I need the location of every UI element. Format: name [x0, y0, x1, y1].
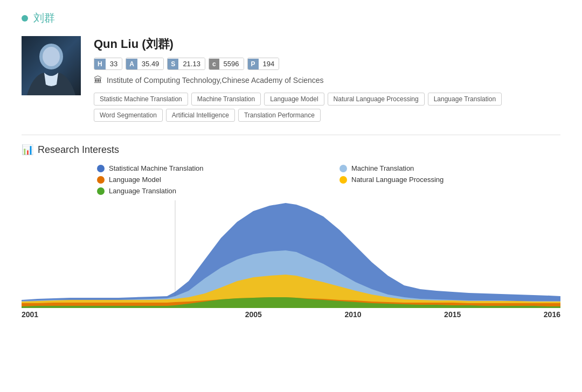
legend-label-smt: Statistical Machine Translation	[109, 164, 204, 172]
metric-p: P 194	[247, 58, 280, 70]
tag-nlp[interactable]: Natural Language Processing	[328, 93, 425, 106]
legend-label-mt: Machine Translation	[351, 164, 414, 172]
building-icon: 🏛	[94, 75, 102, 85]
legend-dot-smt	[97, 165, 105, 172]
legend-label-lm: Language Model	[109, 176, 161, 184]
legend-label-lt: Language Translation	[109, 187, 176, 195]
x-label-2005: 2005	[245, 310, 262, 319]
metric-c-value: 5596	[219, 58, 244, 69]
legend-nlp: Natural Language Processing	[340, 176, 560, 184]
legend-lt: Language Translation	[97, 187, 318, 195]
chart-area	[22, 200, 560, 308]
metric-s: S 21.13	[167, 58, 205, 70]
metric-a-value: 35.49	[137, 58, 164, 69]
metrics-row: H 33 A 35.49 S 21.13 c 5596 P 194	[94, 58, 560, 70]
metric-h-value: 33	[106, 58, 122, 69]
metric-a: A 35.49	[126, 58, 164, 70]
tag-lm[interactable]: Language Model	[264, 93, 324, 106]
institution-name: Institute of Computing Technology,Chines…	[107, 76, 324, 85]
tag-ai[interactable]: Artificial Intelligence	[166, 109, 235, 122]
chart-icon: 📊	[22, 144, 33, 156]
metric-h-label: H	[94, 59, 106, 69]
institution-row: 🏛 Institute of Computing Technology,Chin…	[94, 75, 560, 85]
metric-p-label: P	[248, 59, 259, 69]
profile-section: Qun Liu (刘群) H 33 A 35.49 S 21.13 c 5596	[22, 36, 560, 122]
avatar	[22, 36, 81, 95]
profile-info: Qun Liu (刘群) H 33 A 35.49 S 21.13 c 5596	[94, 36, 560, 122]
header-row: 刘群	[22, 11, 560, 25]
legend-dot-nlp	[340, 176, 347, 184]
x-label-2001: 2001	[22, 310, 38, 319]
legend-dot-lm	[97, 176, 105, 184]
metric-c-label: c	[209, 59, 219, 69]
legend-dot-lt	[97, 187, 105, 195]
x-label-2010: 2010	[344, 310, 361, 319]
x-label-2016: 2016	[544, 310, 560, 319]
metric-s-value: 21.13	[178, 58, 205, 69]
metric-p-value: 194	[259, 58, 279, 69]
tag-ws[interactable]: Word Segmentation	[94, 109, 163, 122]
metric-h: H 33	[94, 58, 122, 70]
author-name: Qun Liu (刘群)	[94, 36, 560, 52]
tag-smt[interactable]: Statistic Machine Translation	[94, 93, 188, 106]
chinese-name: 刘群	[33, 11, 55, 25]
avatar-placeholder	[22, 36, 81, 95]
legend-lm: Language Model	[97, 176, 318, 184]
legend-label-nlp: Natural Language Processing	[351, 176, 444, 184]
legend-dot-mt	[340, 165, 347, 172]
x-label-2015: 2015	[444, 310, 461, 319]
section-header: 📊 Research Interests	[22, 144, 560, 156]
tag-lt[interactable]: Language Translation	[428, 93, 502, 106]
research-chart	[22, 200, 560, 308]
tags-container: Statistic Machine Translation Machine Tr…	[94, 93, 560, 122]
divider	[22, 135, 560, 135]
metric-c: c 5596	[209, 58, 244, 70]
metric-a-label: A	[126, 59, 137, 69]
metric-s-label: S	[168, 59, 178, 69]
section-title: Research Interests	[38, 144, 119, 156]
status-dot	[22, 15, 28, 22]
page-container: 刘群	[0, 0, 582, 330]
tag-tp[interactable]: Translation Performance	[238, 109, 321, 122]
legend-mt: Machine Translation	[340, 164, 560, 172]
legend-container: Statistical Machine Translation Machine …	[97, 164, 560, 195]
legend-smt: Statistical Machine Translation	[97, 164, 318, 172]
x-axis-labels: 2001 2005 2010 2015 2016	[22, 308, 560, 319]
tag-mt[interactable]: Machine Translation	[191, 93, 261, 106]
svg-point-2	[43, 47, 60, 66]
